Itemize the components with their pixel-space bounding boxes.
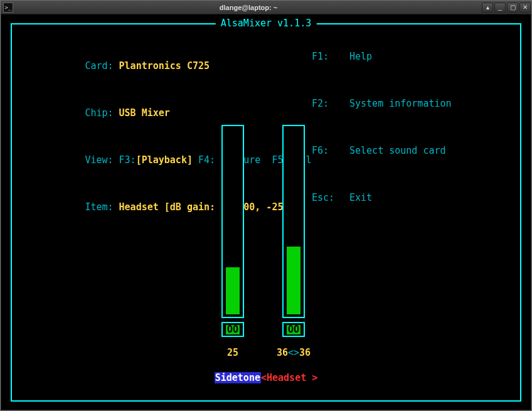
- channel-sidetone[interactable]: OO 25: [221, 125, 244, 358]
- f1-desc: Help: [349, 52, 372, 80]
- app-title: AlsaMixer v1.1.3: [216, 19, 317, 28]
- f2-desc: System information: [349, 99, 452, 127]
- window-maximize-button[interactable]: ▢: [507, 3, 518, 13]
- window-minimize-button[interactable]: _: [494, 3, 506, 13]
- sidetone-value: 25: [227, 348, 238, 358]
- headset-fill: [287, 247, 301, 314]
- sidetone-mutebox[interactable]: OO: [221, 322, 244, 337]
- window-frame: >_ dlange@laptop: ~ ▴ _ ▢ ✕ AlsaMixer v1…: [0, 0, 532, 411]
- headset-left-text: 36: [277, 347, 288, 358]
- titlebar[interactable]: >_ dlange@laptop: ~ ▴ _ ▢ ✕: [1, 1, 531, 14]
- f2-key[interactable]: F2:: [312, 99, 349, 127]
- alsamixer-frame: AlsaMixer v1.1.3 Card: Plantronics C725 …: [11, 23, 521, 402]
- window-rollup-button[interactable]: ▴: [482, 3, 493, 13]
- mixer-bars: OO 25 OO 36<>36: [12, 125, 520, 358]
- sidetone-label[interactable]: Sidetone: [215, 372, 261, 383]
- card-value: Plantronics C725: [119, 60, 210, 72]
- headset-value: 36<>36: [277, 348, 311, 358]
- sidetone-mute-state: OO: [226, 325, 240, 334]
- channel-headset[interactable]: OO 36<>36: [277, 125, 311, 358]
- window-close-button[interactable]: ✕: [519, 3, 531, 13]
- headset-bar[interactable]: [282, 125, 305, 318]
- card-label: Card:: [85, 60, 119, 72]
- channel-labels: Sidetone<Headset >: [12, 373, 520, 383]
- sidetone-fill: [226, 267, 240, 314]
- selection-left-chevron-icon: <: [261, 372, 267, 383]
- headset-right-text: 36: [299, 347, 311, 358]
- f1-key[interactable]: F1:: [312, 52, 349, 80]
- sidetone-value-text: 25: [227, 347, 238, 358]
- headset-mute-state: OO: [287, 325, 301, 334]
- headset-mutebox[interactable]: OO: [282, 322, 305, 337]
- chip-label: Chip:: [85, 107, 119, 119]
- headset-label[interactable]: Headset: [267, 372, 312, 383]
- selection-right-chevron-icon: >: [312, 372, 317, 383]
- sidetone-bar[interactable]: [221, 125, 244, 318]
- terminal-surface[interactable]: AlsaMixer v1.1.3 Card: Plantronics C725 …: [3, 17, 529, 408]
- terminal-app-icon: >_: [3, 3, 13, 13]
- headset-sep: <>: [288, 347, 299, 358]
- window-title: dlange@laptop: ~: [16, 4, 481, 11]
- chip-value: USB Mixer: [119, 107, 170, 119]
